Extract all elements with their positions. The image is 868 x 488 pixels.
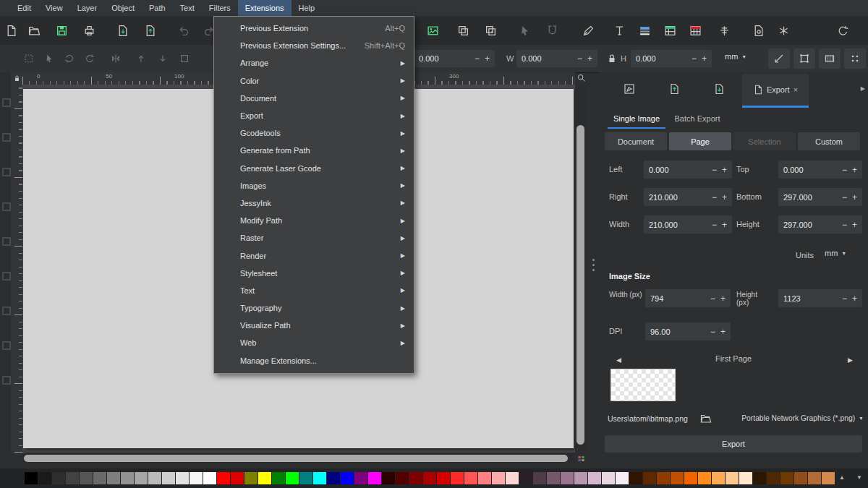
- horizontal-scrollbar[interactable]: [22, 453, 575, 463]
- scale-corners-toggle[interactable]: [793, 48, 815, 69]
- edit-paths-icon[interactable]: [621, 80, 638, 98]
- tab-batch-export[interactable]: Batch Export: [668, 110, 726, 127]
- palette-scroll-up[interactable]: ▲: [839, 474, 845, 481]
- field-value[interactable]: 794: [645, 294, 705, 303]
- export-format-dropdown[interactable]: Portable Network Graphics (*.png)▼: [741, 414, 864, 422]
- menu-item-generate-from-path[interactable]: Generate from Path▶: [214, 142, 414, 159]
- menu-item-images[interactable]: Images▶: [214, 177, 414, 194]
- height-spinner[interactable]: −+: [686, 53, 712, 64]
- height-field[interactable]: 0.000 −+: [631, 50, 712, 67]
- palette-swatch[interactable]: [464, 472, 477, 484]
- selector-button[interactable]: [515, 21, 534, 40]
- dock-overflow-icon[interactable]: ▶: [861, 85, 865, 92]
- menu-text[interactable]: Text: [173, 0, 202, 16]
- palette-swatch[interactable]: [286, 472, 299, 484]
- menu-item-modify-path[interactable]: Modify Path▶: [214, 212, 414, 229]
- palette-swatch[interactable]: [244, 472, 258, 484]
- vertical-scrollbar[interactable]: [575, 85, 586, 453]
- palette-swatch[interactable]: [162, 472, 175, 484]
- field-value[interactable]: 96.00: [645, 328, 705, 336]
- field-spinner[interactable]: −+: [837, 165, 862, 175]
- field-right[interactable]: 210.000−+: [644, 188, 732, 206]
- export-png-button[interactable]: [423, 21, 442, 40]
- palette-swatch[interactable]: [341, 472, 354, 484]
- menu-item-stylesheet[interactable]: Stylesheet▶: [214, 265, 414, 282]
- field-value[interactable]: 1123: [778, 294, 837, 303]
- palette-swatch[interactable]: [107, 472, 120, 484]
- area-button-page[interactable]: Page: [669, 132, 731, 150]
- flip-horizontal-icon[interactable]: [109, 51, 123, 66]
- field-spinner[interactable]: −+: [837, 294, 862, 304]
- dock-splitter[interactable]: [588, 72, 599, 453]
- palette-swatch[interactable]: [93, 472, 106, 484]
- field-height[interactable]: 297.000−+: [778, 215, 862, 234]
- text-tool-button[interactable]: [610, 21, 629, 40]
- palette-swatch[interactable]: [327, 472, 340, 484]
- vertical-scrollbar-thumb[interactable]: [576, 125, 584, 445]
- palette-swatch[interactable]: [506, 472, 519, 484]
- field-value[interactable]: 210.000: [644, 193, 707, 202]
- palette-swatch[interactable]: [492, 472, 505, 484]
- palette-swatch[interactable]: [354, 472, 367, 484]
- field-value[interactable]: 297.000: [778, 193, 837, 202]
- scale-stroke-toggle[interactable]: [768, 48, 790, 69]
- palette-swatch[interactable]: [767, 472, 780, 484]
- field-value[interactable]: 210.000: [644, 221, 707, 229]
- lock-guides-button[interactable]: [11, 72, 22, 85]
- menu-item-visualize-path[interactable]: Visualize Path▶: [214, 317, 414, 334]
- palette-swatch[interactable]: [203, 472, 216, 484]
- palette-swatch[interactable]: [368, 472, 381, 484]
- menu-object[interactable]: Object: [104, 0, 142, 16]
- palette-swatch[interactable]: [396, 472, 409, 484]
- palette-swatch[interactable]: [574, 472, 587, 484]
- xml-editor-button[interactable]: [660, 21, 679, 40]
- menu-item-previous-extension-settings-[interactable]: Previous Extension Settings...Shift+Alt+…: [214, 37, 414, 54]
- menu-item-text[interactable]: Text▶: [214, 282, 414, 299]
- height-value[interactable]: 0.000: [631, 54, 686, 63]
- menu-view[interactable]: View: [38, 0, 70, 16]
- field-spinner[interactable]: −+: [837, 192, 862, 202]
- palette-swatch[interactable]: [726, 472, 739, 484]
- rotate-view-button[interactable]: [833, 21, 852, 40]
- palette-swatch[interactable]: [780, 472, 793, 484]
- menu-item-render[interactable]: Render▶: [214, 247, 414, 264]
- palette-swatch[interactable]: [808, 472, 821, 484]
- palette-swatch[interactable]: [135, 472, 148, 484]
- palette-scroll-down[interactable]: ▼: [856, 474, 862, 481]
- palette-swatch[interactable]: [231, 472, 244, 484]
- palette-swatch[interactable]: [121, 472, 134, 484]
- menu-item-color[interactable]: Color▶: [214, 72, 414, 90]
- export-button[interactable]: [140, 21, 159, 40]
- menu-item-web[interactable]: Web▶: [214, 334, 414, 351]
- field-spinner[interactable]: −+: [707, 165, 732, 175]
- palette-swatch[interactable]: [712, 472, 725, 484]
- palette-swatch[interactable]: [423, 472, 436, 484]
- scale-gradients-toggle[interactable]: [819, 48, 841, 69]
- lock-ratio-icon[interactable]: [606, 53, 618, 64]
- menu-item-generate-laser-gcode[interactable]: Generate Laser Gcode▶: [214, 160, 414, 177]
- document-properties-button[interactable]: [749, 21, 767, 40]
- export-filename-field[interactable]: Users\atomi\bitmap.png: [608, 414, 688, 423]
- import-button[interactable]: [113, 21, 132, 40]
- save-button[interactable]: [52, 21, 71, 40]
- y-coordinate-field[interactable]: 0.000 −+: [414, 50, 495, 67]
- palette-swatch[interactable]: [684, 472, 697, 484]
- field-image-width[interactable]: 794−+: [645, 289, 731, 307]
- color-managed-display-toggle[interactable]: [576, 453, 587, 463]
- palette-swatch[interactable]: [272, 472, 285, 484]
- field-spinner[interactable]: −+: [707, 192, 732, 202]
- swatches-button[interactable]: [686, 21, 705, 40]
- menu-item-export[interactable]: Export▶: [214, 107, 414, 124]
- palette-swatch[interactable]: [217, 472, 230, 484]
- palette-swatch[interactable]: [753, 472, 766, 484]
- menu-layer[interactable]: Layer: [70, 0, 105, 16]
- y-value[interactable]: 0.000: [414, 54, 469, 63]
- palette-swatch[interactable]: [52, 472, 65, 484]
- menu-item-arrange[interactable]: Arrange▶: [214, 54, 414, 72]
- duplicate-button[interactable]: [454, 21, 472, 40]
- field-spinner[interactable]: −+: [705, 294, 731, 304]
- printer-button[interactable]: [80, 21, 98, 40]
- palette-swatch[interactable]: [176, 472, 189, 484]
- field-dpi[interactable]: 96.00−+: [645, 322, 731, 341]
- palette-swatch[interactable]: [382, 472, 395, 484]
